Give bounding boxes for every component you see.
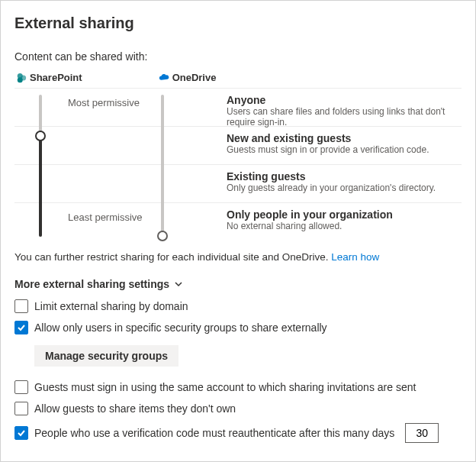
limit-domain-row: Limit external sharing by domain — [14, 299, 462, 313]
onedrive-slider-thumb[interactable] — [157, 231, 168, 241]
limit-domain-checkbox[interactable] — [14, 299, 28, 313]
option-row: Most permissive Anyone Users can share f… — [14, 89, 462, 127]
option-title: Only people in your organization — [227, 208, 462, 221]
product-row: SharePoint OneDrive — [14, 72, 462, 83]
allow-groups-row: Allow only users in specific security gr… — [14, 321, 462, 334]
onedrive-icon — [159, 73, 169, 83]
sharepoint-label: SharePoint — [30, 72, 82, 83]
allow-groups-label: Allow only users in specific security gr… — [34, 321, 327, 334]
allow-groups-checkbox[interactable] — [14, 321, 28, 334]
option-title: Existing guests — [227, 170, 462, 183]
same-account-label: Guests must sign in using the same accou… — [34, 381, 416, 393]
onedrive-track — [161, 95, 164, 237]
option-row: New and existing guests Guests must sign… — [14, 127, 462, 165]
reauth-row: People who use a verification code must … — [14, 423, 462, 443]
option-sub: No external sharing allowed. — [227, 221, 462, 231]
option-row: Existing guests Only guests already in y… — [14, 165, 462, 203]
reauth-label: People who use a verification code must … — [34, 427, 394, 439]
svg-point-2 — [18, 77, 23, 82]
option-title: New and existing guests — [227, 132, 462, 144]
option-sub: Guests must sign in or provide a verific… — [227, 144, 462, 155]
restrict-note: You can further restrict sharing for eac… — [14, 251, 462, 263]
sharepoint-slider-thumb[interactable] — [35, 131, 46, 141]
reauth-days-input[interactable] — [405, 423, 439, 443]
check-icon — [17, 428, 26, 438]
sharepoint-product: SharePoint — [16, 72, 82, 83]
chevron-down-icon — [174, 279, 183, 289]
sharepoint-icon — [16, 73, 27, 83]
option-sub: Users can share files and folders using … — [227, 106, 462, 128]
share-not-own-label: Allow guests to share items they don't o… — [34, 402, 236, 415]
option-title: Anyone — [227, 94, 462, 106]
share-not-own-checkbox[interactable] — [14, 402, 28, 415]
sharepoint-track-fill — [39, 135, 42, 237]
restrict-note-text: You can further restrict sharing for eac… — [14, 251, 331, 263]
option-row: Least permissive Only people in your org… — [14, 203, 462, 241]
option-sub: Only guests already in your organization… — [227, 183, 462, 193]
learn-how-link[interactable]: Learn how — [331, 251, 379, 263]
limit-domain-label: Limit external sharing by domain — [34, 300, 188, 312]
same-account-row: Guests must sign in using the same accou… — [14, 380, 462, 394]
least-permissive-label: Least permissive — [68, 208, 198, 223]
more-settings-toggle[interactable]: More external sharing settings — [14, 278, 462, 290]
same-account-checkbox[interactable] — [14, 380, 28, 394]
onedrive-label: OneDrive — [172, 72, 217, 83]
reauth-checkbox[interactable] — [14, 426, 28, 440]
most-permissive-label: Most permissive — [68, 94, 198, 108]
share-not-own-row: Allow guests to share items they don't o… — [14, 402, 462, 415]
manage-security-groups-button[interactable]: Manage security groups — [34, 345, 178, 367]
check-icon — [17, 323, 26, 332]
onedrive-product: OneDrive — [159, 72, 217, 83]
more-settings-label: More external sharing settings — [14, 278, 169, 290]
external-sharing-panel: External sharing Content can be shared w… — [0, 0, 476, 462]
page-title: External sharing — [14, 15, 462, 32]
permission-slider-area: Most permissive Anyone Users can share f… — [14, 88, 462, 241]
content-subtitle: Content can be shared with: — [14, 50, 462, 63]
